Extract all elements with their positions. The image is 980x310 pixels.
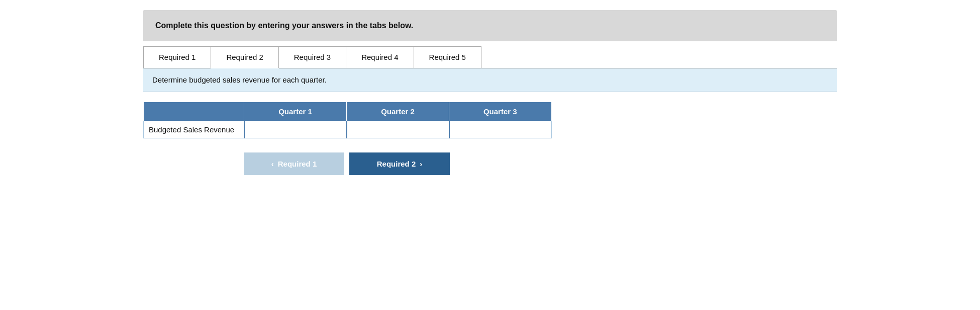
prev-label: Required 1 <box>278 160 317 168</box>
tab-required-4[interactable]: Required 4 <box>346 46 414 68</box>
nav-buttons: ‹ Required 1 Required 2 › <box>244 152 837 175</box>
col-header-q1: Quarter 1 <box>244 102 347 121</box>
prev-button[interactable]: ‹ Required 1 <box>244 152 344 175</box>
budget-table: Quarter 1 Quarter 2 Quarter 3 Budgeted S… <box>143 102 552 138</box>
next-icon: › <box>420 160 422 168</box>
input-q3[interactable] <box>450 123 551 136</box>
col-header-q2: Quarter 2 <box>347 102 449 121</box>
col-header-q3: Quarter 3 <box>449 102 552 121</box>
tab-required-5[interactable]: Required 5 <box>414 46 481 68</box>
page-wrapper: Complete this question by entering your … <box>143 0 837 175</box>
next-label: Required 2 <box>377 160 416 168</box>
tab-required-2[interactable]: Required 2 <box>211 46 278 68</box>
cell-q3[interactable] <box>449 121 552 138</box>
instruction-banner: Complete this question by entering your … <box>143 10 837 41</box>
instruction-text: Complete this question by entering your … <box>155 21 413 30</box>
tabs-row: Required 1 Required 2 Required 3 Require… <box>143 46 837 68</box>
cell-q1[interactable] <box>244 121 347 138</box>
input-q1[interactable] <box>245 123 346 136</box>
table-area: Quarter 1 Quarter 2 Quarter 3 Budgeted S… <box>143 102 837 138</box>
next-button[interactable]: Required 2 › <box>349 152 450 175</box>
table-row: Budgeted Sales Revenue <box>144 121 552 138</box>
row-label: Budgeted Sales Revenue <box>144 121 244 138</box>
input-q2[interactable] <box>347 123 449 136</box>
tab-required-3[interactable]: Required 3 <box>278 46 346 68</box>
col-header-empty <box>144 102 244 121</box>
section-description: Determine budgeted sales revenue for eac… <box>143 68 837 92</box>
prev-icon: ‹ <box>271 160 274 168</box>
tab-required-1[interactable]: Required 1 <box>143 46 211 68</box>
cell-q2[interactable] <box>347 121 449 138</box>
